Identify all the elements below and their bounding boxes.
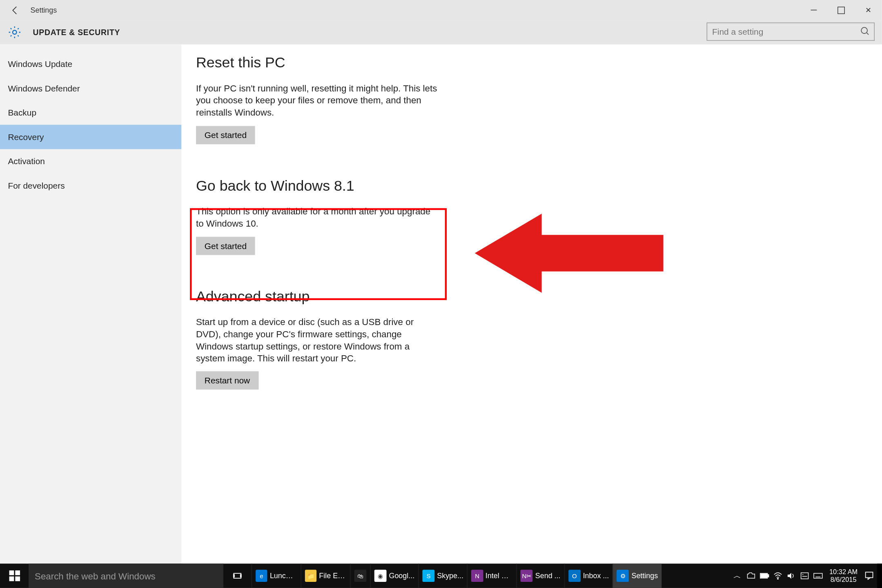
go-back-section: Go back to Windows 8.1 This option is on… xyxy=(196,177,882,269)
tray-chevron-up-icon[interactable]: ︿ xyxy=(731,564,744,588)
taskbar-app-label: Lunch ... xyxy=(270,572,297,580)
sidebar-item-windows-defender[interactable]: Windows Defender xyxy=(0,76,181,100)
gear-icon xyxy=(7,25,22,40)
taskbar-clock[interactable]: 10:32 AM 8/6/2015 xyxy=(824,568,862,584)
tray-wifi-icon[interactable] xyxy=(771,564,784,588)
taskbar-search-placeholder: Search the web and Windows xyxy=(35,570,156,581)
taskbar-app-icon: ◉ xyxy=(374,570,387,582)
search-input[interactable] xyxy=(707,22,875,41)
reset-pc-section: Reset this PC If your PC isn't running w… xyxy=(196,54,882,159)
system-tray: ︿ 10:32 AM 8/6/2015 xyxy=(730,564,877,588)
go-back-body: This option is only available for a mont… xyxy=(196,205,439,229)
taskbar-app-icon: O xyxy=(568,570,581,582)
taskbar-app-icon: S xyxy=(423,570,435,582)
taskbar-app-label: Googl... xyxy=(389,572,414,580)
start-button[interactable] xyxy=(0,564,29,588)
taskbar-app-item[interactable]: eLunch ... xyxy=(252,564,301,588)
svg-rect-16 xyxy=(801,573,808,579)
task-view-button[interactable] xyxy=(223,564,252,588)
svg-point-0 xyxy=(13,30,17,34)
minimize-button[interactable] xyxy=(800,0,827,20)
taskbar-app-icon: N xyxy=(471,570,483,582)
tray-keyboard-icon[interactable] xyxy=(811,564,824,588)
sidebar-item-windows-update[interactable]: Windows Update xyxy=(0,52,181,76)
taskbar-apps: eLunch ...📁File Ex...🛍◉Googl...SSkype...… xyxy=(252,564,662,588)
taskbar-app-icon: e xyxy=(256,570,267,582)
tray-input-icon[interactable] xyxy=(797,564,811,588)
reset-pc-button[interactable]: Get started xyxy=(196,126,255,144)
svg-marker-15 xyxy=(787,573,791,579)
main-content: Reset this PC If your PC isn't running w… xyxy=(181,45,882,588)
svg-rect-23 xyxy=(866,572,873,577)
notifications-icon[interactable] xyxy=(862,564,876,588)
header: UPDATE & SECURITY xyxy=(0,20,882,45)
tray-battery-icon[interactable] xyxy=(757,564,771,588)
svg-rect-4 xyxy=(9,570,14,575)
tray-power-icon[interactable] xyxy=(744,564,757,588)
advanced-startup-body: Start up from a device or disc (such as … xyxy=(196,316,439,364)
reset-pc-body: If your PC isn't running well, resetting… xyxy=(196,82,439,118)
tray-volume-icon[interactable] xyxy=(784,564,798,588)
svg-rect-19 xyxy=(813,573,822,578)
taskbar-app-item[interactable]: 🛍 xyxy=(350,564,370,588)
search-container xyxy=(707,22,875,41)
sidebar-item-for-developers[interactable]: For developers xyxy=(0,174,181,198)
taskbar-app-label: Send ... xyxy=(535,572,561,580)
section-title: UPDATE & SECURITY xyxy=(33,28,120,37)
advanced-startup-section: Advanced startup Start up from a device … xyxy=(196,288,882,405)
advanced-startup-title: Advanced startup xyxy=(196,288,882,305)
taskbar-app-item[interactable]: ⚙Settings xyxy=(612,564,662,588)
taskbar-app-label: File Ex... xyxy=(319,572,346,580)
taskbar-app-item[interactable]: NIntel Ki... xyxy=(467,564,517,588)
sidebar-item-backup[interactable]: Backup xyxy=(0,100,181,125)
taskbar-app-item[interactable]: ◉Googl... xyxy=(370,564,418,588)
taskbar-app-icon: 🛍 xyxy=(354,570,367,582)
show-desktop-button[interactable] xyxy=(877,564,882,588)
taskbar-app-item[interactable]: SSkype... xyxy=(418,564,467,588)
reset-pc-title: Reset this PC xyxy=(196,54,882,71)
close-button[interactable] xyxy=(855,0,882,20)
taskbar-app-label: Inbox ... xyxy=(583,572,609,580)
svg-point-14 xyxy=(777,578,778,579)
sidebar-item-recovery[interactable]: Recovery xyxy=(0,125,181,149)
go-back-title: Go back to Windows 8.1 xyxy=(196,177,882,194)
maximize-button[interactable] xyxy=(827,0,855,20)
restart-now-button[interactable]: Restart now xyxy=(196,372,258,390)
sidebar-item-activation[interactable]: Activation xyxy=(0,149,181,174)
clock-date: 8/6/2015 xyxy=(831,576,857,584)
taskbar-app-label: Skype... xyxy=(437,572,463,580)
taskbar-search[interactable]: Search the web and Windows xyxy=(29,564,223,588)
svg-rect-6 xyxy=(9,577,14,581)
taskbar-app-item[interactable]: OInbox ... xyxy=(564,564,612,588)
svg-rect-13 xyxy=(761,574,767,578)
titlebar: Settings xyxy=(0,0,882,20)
taskbar-app-label: Intel Ki... xyxy=(486,572,513,580)
svg-rect-8 xyxy=(234,573,241,578)
taskbar-app-icon: N✂ xyxy=(521,570,533,582)
go-back-button[interactable]: Get started xyxy=(196,236,255,255)
clock-time: 10:32 AM xyxy=(829,568,858,576)
taskbar-app-label: Settings xyxy=(631,572,658,580)
taskbar-app-icon: 📁 xyxy=(305,570,317,582)
taskbar-app-item[interactable]: N✂Send ... xyxy=(517,564,564,588)
back-button[interactable] xyxy=(0,0,31,20)
taskbar: Search the web and Windows eLunch ...📁Fi… xyxy=(0,564,882,588)
taskbar-app-item[interactable]: 📁File Ex... xyxy=(301,564,350,588)
svg-rect-12 xyxy=(767,575,768,577)
svg-rect-7 xyxy=(15,577,20,581)
window-title: Settings xyxy=(31,6,57,14)
svg-rect-5 xyxy=(15,570,20,575)
taskbar-app-icon: ⚙ xyxy=(617,570,629,582)
sidebar: Windows Update Windows Defender Backup R… xyxy=(0,45,181,588)
